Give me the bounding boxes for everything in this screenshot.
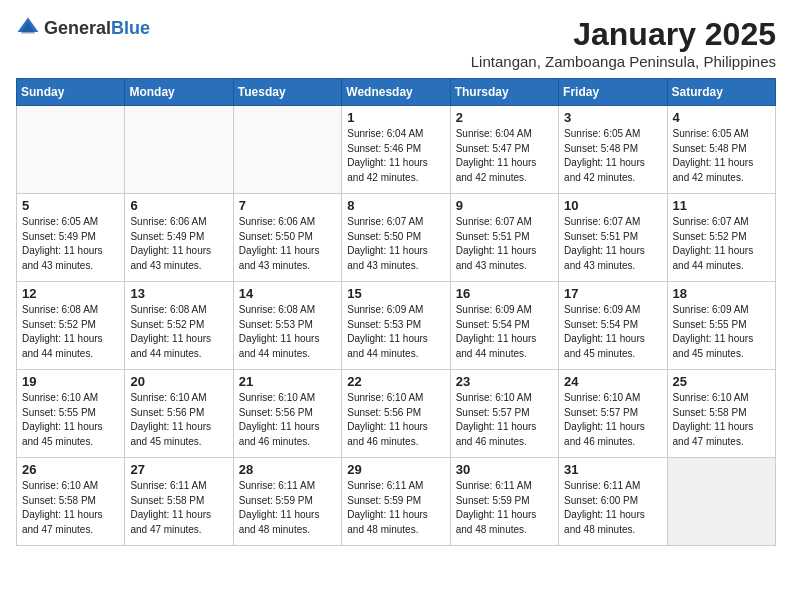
logo-icon [16,16,40,40]
weekday-header-monday: Monday [125,79,233,106]
day-info: Sunrise: 6:05 AM Sunset: 5:48 PM Dayligh… [673,127,770,185]
day-info: Sunrise: 6:11 AM Sunset: 5:59 PM Dayligh… [239,479,336,537]
title-section: January 2025 Lintangan, Zamboanga Penins… [471,16,776,70]
page-header: GeneralBlue January 2025 Lintangan, Zamb… [16,16,776,70]
calendar-day-13: 13Sunrise: 6:08 AM Sunset: 5:52 PM Dayli… [125,282,233,370]
day-number: 24 [564,374,661,389]
day-number: 29 [347,462,444,477]
day-info: Sunrise: 6:10 AM Sunset: 5:56 PM Dayligh… [347,391,444,449]
day-number: 10 [564,198,661,213]
day-info: Sunrise: 6:10 AM Sunset: 5:58 PM Dayligh… [22,479,119,537]
day-number: 27 [130,462,227,477]
logo-general: General [44,18,111,38]
day-number: 9 [456,198,553,213]
weekday-header-thursday: Thursday [450,79,558,106]
calendar-day-11: 11Sunrise: 6:07 AM Sunset: 5:52 PM Dayli… [667,194,775,282]
day-info: Sunrise: 6:05 AM Sunset: 5:49 PM Dayligh… [22,215,119,273]
calendar-day-23: 23Sunrise: 6:10 AM Sunset: 5:57 PM Dayli… [450,370,558,458]
calendar-day-29: 29Sunrise: 6:11 AM Sunset: 5:59 PM Dayli… [342,458,450,546]
day-number: 2 [456,110,553,125]
day-info: Sunrise: 6:10 AM Sunset: 5:58 PM Dayligh… [673,391,770,449]
day-number: 12 [22,286,119,301]
day-number: 21 [239,374,336,389]
calendar-day-19: 19Sunrise: 6:10 AM Sunset: 5:55 PM Dayli… [17,370,125,458]
day-info: Sunrise: 6:10 AM Sunset: 5:56 PM Dayligh… [239,391,336,449]
calendar-day-empty [233,106,341,194]
day-number: 15 [347,286,444,301]
logo: GeneralBlue [16,16,150,40]
calendar-table: SundayMondayTuesdayWednesdayThursdayFrid… [16,78,776,546]
logo-blue: Blue [111,18,150,38]
day-info: Sunrise: 6:08 AM Sunset: 5:52 PM Dayligh… [130,303,227,361]
calendar-day-31: 31Sunrise: 6:11 AM Sunset: 6:00 PM Dayli… [559,458,667,546]
logo-text: GeneralBlue [44,18,150,39]
day-info: Sunrise: 6:05 AM Sunset: 5:48 PM Dayligh… [564,127,661,185]
day-info: Sunrise: 6:04 AM Sunset: 5:47 PM Dayligh… [456,127,553,185]
calendar-day-26: 26Sunrise: 6:10 AM Sunset: 5:58 PM Dayli… [17,458,125,546]
day-info: Sunrise: 6:10 AM Sunset: 5:55 PM Dayligh… [22,391,119,449]
weekday-header-row: SundayMondayTuesdayWednesdayThursdayFrid… [17,79,776,106]
day-number: 18 [673,286,770,301]
day-info: Sunrise: 6:06 AM Sunset: 5:49 PM Dayligh… [130,215,227,273]
calendar-day-8: 8Sunrise: 6:07 AM Sunset: 5:50 PM Daylig… [342,194,450,282]
day-number: 22 [347,374,444,389]
day-info: Sunrise: 6:06 AM Sunset: 5:50 PM Dayligh… [239,215,336,273]
day-info: Sunrise: 6:10 AM Sunset: 5:57 PM Dayligh… [564,391,661,449]
calendar-day-9: 9Sunrise: 6:07 AM Sunset: 5:51 PM Daylig… [450,194,558,282]
calendar-day-empty [667,458,775,546]
calendar-day-3: 3Sunrise: 6:05 AM Sunset: 5:48 PM Daylig… [559,106,667,194]
calendar-day-18: 18Sunrise: 6:09 AM Sunset: 5:55 PM Dayli… [667,282,775,370]
calendar-day-4: 4Sunrise: 6:05 AM Sunset: 5:48 PM Daylig… [667,106,775,194]
day-number: 4 [673,110,770,125]
day-number: 5 [22,198,119,213]
location-subtitle: Lintangan, Zamboanga Peninsula, Philippi… [471,53,776,70]
weekday-header-friday: Friday [559,79,667,106]
month-title: January 2025 [471,16,776,53]
day-number: 6 [130,198,227,213]
day-number: 30 [456,462,553,477]
calendar-day-5: 5Sunrise: 6:05 AM Sunset: 5:49 PM Daylig… [17,194,125,282]
day-number: 16 [456,286,553,301]
day-number: 1 [347,110,444,125]
calendar-day-1: 1Sunrise: 6:04 AM Sunset: 5:46 PM Daylig… [342,106,450,194]
calendar-day-empty [17,106,125,194]
calendar-day-6: 6Sunrise: 6:06 AM Sunset: 5:49 PM Daylig… [125,194,233,282]
calendar-week-row: 26Sunrise: 6:10 AM Sunset: 5:58 PM Dayli… [17,458,776,546]
calendar-day-10: 10Sunrise: 6:07 AM Sunset: 5:51 PM Dayli… [559,194,667,282]
calendar-week-row: 12Sunrise: 6:08 AM Sunset: 5:52 PM Dayli… [17,282,776,370]
calendar-week-row: 1Sunrise: 6:04 AM Sunset: 5:46 PM Daylig… [17,106,776,194]
day-number: 28 [239,462,336,477]
day-info: Sunrise: 6:07 AM Sunset: 5:51 PM Dayligh… [456,215,553,273]
calendar-week-row: 19Sunrise: 6:10 AM Sunset: 5:55 PM Dayli… [17,370,776,458]
calendar-day-2: 2Sunrise: 6:04 AM Sunset: 5:47 PM Daylig… [450,106,558,194]
day-info: Sunrise: 6:09 AM Sunset: 5:54 PM Dayligh… [564,303,661,361]
weekday-header-tuesday: Tuesday [233,79,341,106]
calendar-day-27: 27Sunrise: 6:11 AM Sunset: 5:58 PM Dayli… [125,458,233,546]
calendar-day-28: 28Sunrise: 6:11 AM Sunset: 5:59 PM Dayli… [233,458,341,546]
day-number: 17 [564,286,661,301]
day-number: 26 [22,462,119,477]
calendar-day-24: 24Sunrise: 6:10 AM Sunset: 5:57 PM Dayli… [559,370,667,458]
calendar-day-7: 7Sunrise: 6:06 AM Sunset: 5:50 PM Daylig… [233,194,341,282]
calendar-day-empty [125,106,233,194]
calendar-day-14: 14Sunrise: 6:08 AM Sunset: 5:53 PM Dayli… [233,282,341,370]
day-number: 14 [239,286,336,301]
calendar-day-21: 21Sunrise: 6:10 AM Sunset: 5:56 PM Dayli… [233,370,341,458]
calendar-day-22: 22Sunrise: 6:10 AM Sunset: 5:56 PM Dayli… [342,370,450,458]
day-number: 25 [673,374,770,389]
weekday-header-wednesday: Wednesday [342,79,450,106]
day-number: 7 [239,198,336,213]
day-info: Sunrise: 6:07 AM Sunset: 5:50 PM Dayligh… [347,215,444,273]
day-number: 20 [130,374,227,389]
calendar-day-15: 15Sunrise: 6:09 AM Sunset: 5:53 PM Dayli… [342,282,450,370]
day-info: Sunrise: 6:08 AM Sunset: 5:53 PM Dayligh… [239,303,336,361]
day-info: Sunrise: 6:09 AM Sunset: 5:54 PM Dayligh… [456,303,553,361]
weekday-header-saturday: Saturday [667,79,775,106]
day-info: Sunrise: 6:10 AM Sunset: 5:56 PM Dayligh… [130,391,227,449]
calendar-day-30: 30Sunrise: 6:11 AM Sunset: 5:59 PM Dayli… [450,458,558,546]
day-info: Sunrise: 6:07 AM Sunset: 5:51 PM Dayligh… [564,215,661,273]
day-info: Sunrise: 6:11 AM Sunset: 5:59 PM Dayligh… [347,479,444,537]
calendar-day-12: 12Sunrise: 6:08 AM Sunset: 5:52 PM Dayli… [17,282,125,370]
day-number: 23 [456,374,553,389]
day-number: 19 [22,374,119,389]
